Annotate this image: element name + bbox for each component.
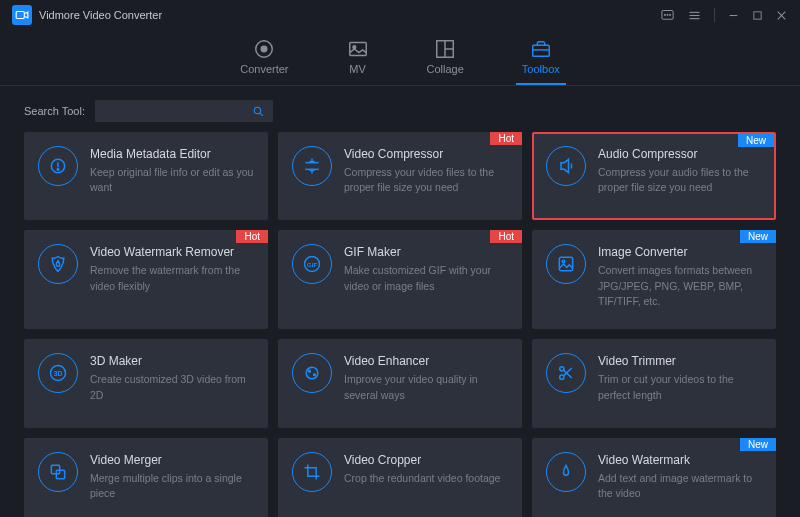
tool-card-video-watermark[interactable]: NewVideo WatermarkAdd text and image wat… — [532, 438, 776, 517]
tool-title: Video Compressor — [344, 147, 510, 161]
tool-icon — [546, 146, 586, 186]
tool-title: 3D Maker — [90, 354, 256, 368]
new-badge: New — [738, 134, 774, 147]
svg-rect-40 — [51, 465, 59, 473]
svg-point-13 — [262, 46, 268, 52]
tool-card-image-converter[interactable]: NewImage ConverterConvert images formats… — [532, 230, 776, 329]
tool-title: Audio Compressor — [598, 147, 764, 161]
tool-card-video-enhancer[interactable]: Video EnhancerImprove your video quality… — [278, 339, 522, 427]
tool-icon — [38, 146, 78, 186]
svg-point-34 — [309, 371, 311, 373]
tool-icon: 3D — [38, 353, 78, 393]
tool-icon: GIF — [292, 244, 332, 284]
tool-desc: Create customized 3D video from 2D — [90, 372, 256, 402]
tool-title: Video Enhancer — [344, 354, 510, 368]
svg-rect-0 — [16, 12, 24, 19]
tool-desc: Convert images formats between JPG/JPEG,… — [598, 263, 764, 309]
tool-card-media-metadata-editor[interactable]: Media Metadata EditorKeep original file … — [24, 132, 268, 220]
tool-icon — [546, 353, 586, 393]
tool-card-video-compressor[interactable]: HotVideo CompressorCompress your video f… — [278, 132, 522, 220]
tool-card-video-cropper[interactable]: Video CropperCrop the redundant video fo… — [278, 438, 522, 517]
tool-title: Video Trimmer — [598, 354, 764, 368]
tool-grid: Media Metadata EditorKeep original file … — [0, 132, 800, 517]
divider — [714, 8, 715, 22]
feedback-icon[interactable] — [660, 8, 675, 23]
tool-card-gif-maker[interactable]: HotGIFGIF MakerMake customized GIF with … — [278, 230, 522, 329]
svg-rect-14 — [349, 43, 366, 56]
svg-point-21 — [254, 107, 260, 114]
tool-card-audio-compressor[interactable]: NewAudio CompressorCompress your audio f… — [532, 132, 776, 220]
svg-point-2 — [664, 14, 665, 15]
svg-point-30 — [562, 261, 565, 264]
tab-collage[interactable]: Collage — [421, 34, 470, 85]
tool-desc: Trim or cut your videos to the perfect l… — [598, 372, 764, 402]
svg-rect-29 — [559, 258, 572, 271]
search-row: Search Tool: — [0, 86, 800, 132]
tool-icon — [292, 146, 332, 186]
tool-title: Image Converter — [598, 245, 764, 259]
search-input[interactable] — [95, 100, 273, 122]
titlebar: Vidmore Video Converter — [0, 0, 800, 30]
tool-icon — [546, 244, 586, 284]
svg-point-37 — [560, 375, 564, 379]
tool-desc: Merge multiple clips into a single piece — [90, 471, 256, 501]
new-badge: New — [740, 438, 776, 451]
hot-badge: Hot — [236, 230, 268, 243]
tool-desc: Remove the watermark from the video flex… — [90, 263, 256, 293]
svg-point-35 — [314, 374, 316, 376]
tool-card-3d-maker[interactable]: 3D3D MakerCreate customized 3D video fro… — [24, 339, 268, 427]
svg-line-22 — [260, 113, 263, 116]
app-title: Vidmore Video Converter — [39, 9, 162, 21]
tool-desc: Crop the redundant video footage — [344, 471, 500, 486]
tool-desc: Compress your video files to the proper … — [344, 165, 510, 195]
tool-title: GIF Maker — [344, 245, 510, 259]
tool-title: Video Watermark Remover — [90, 245, 256, 259]
tool-title: Video Merger — [90, 453, 256, 467]
tool-icon — [546, 452, 586, 492]
tool-title: Video Watermark — [598, 453, 764, 467]
menu-icon[interactable] — [687, 8, 702, 23]
search-icon — [252, 105, 265, 118]
search-label: Search Tool: — [24, 105, 85, 117]
tool-desc: Improve your video quality in several wa… — [344, 372, 510, 402]
close-icon[interactable] — [775, 9, 788, 22]
tab-converter[interactable]: Converter — [234, 34, 294, 85]
app-logo — [12, 5, 32, 25]
tool-desc: Add text and image watermark to the vide… — [598, 471, 764, 501]
svg-point-4 — [669, 14, 670, 15]
hot-badge: Hot — [490, 132, 522, 145]
tool-title: Video Cropper — [344, 453, 500, 467]
tab-toolbox[interactable]: Toolbox — [516, 34, 566, 85]
svg-rect-19 — [533, 45, 550, 56]
minimize-icon[interactable] — [727, 9, 740, 22]
tool-desc: Keep original file info or edit as you w… — [90, 165, 256, 195]
tool-card-video-merger[interactable]: Video MergerMerge multiple clips into a … — [24, 438, 268, 517]
tool-icon — [292, 452, 332, 492]
tool-icon — [38, 452, 78, 492]
nav-tabs: Converter MV Collage Toolbox — [0, 30, 800, 86]
svg-point-24 — [57, 169, 59, 171]
svg-point-36 — [560, 367, 564, 371]
tool-desc: Compress your audio files to the proper … — [598, 165, 764, 195]
tool-title: Media Metadata Editor — [90, 147, 256, 161]
maximize-icon[interactable] — [752, 10, 763, 21]
svg-text:GIF: GIF — [307, 261, 318, 268]
svg-text:3D: 3D — [54, 370, 63, 377]
svg-rect-41 — [56, 470, 64, 478]
tool-card-video-trimmer[interactable]: Video TrimmerTrim or cut your videos to … — [532, 339, 776, 427]
new-badge: New — [740, 230, 776, 243]
tool-icon — [38, 244, 78, 284]
svg-point-3 — [667, 14, 668, 15]
tool-card-video-watermark-remover[interactable]: HotVideo Watermark RemoverRemove the wat… — [24, 230, 268, 329]
svg-rect-9 — [754, 11, 761, 18]
tab-mv[interactable]: MV — [341, 34, 375, 85]
tool-desc: Make customized GIF with your video or i… — [344, 263, 510, 293]
hot-badge: Hot — [490, 230, 522, 243]
tool-icon — [292, 353, 332, 393]
